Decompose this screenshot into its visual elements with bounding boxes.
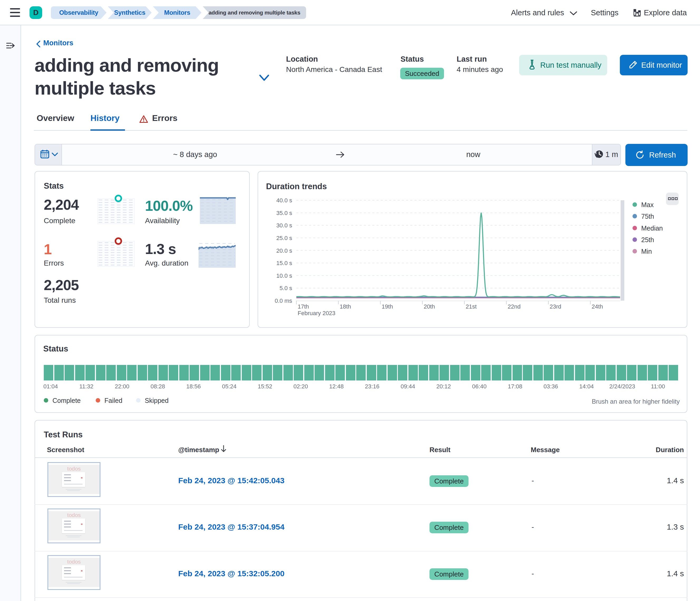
svg-text:24th: 24th [592,303,603,310]
svg-text:10.0 s: 10.0 s [276,272,292,279]
svg-text:15.0 s: 15.0 s [276,260,292,266]
svg-text:35.0 s: 35.0 s [276,210,292,216]
svg-text:20.0 s: 20.0 s [276,247,292,254]
svg-text:22nd: 22nd [508,303,521,310]
svg-text:5.0 s: 5.0 s [279,285,292,291]
svg-text:25.0 s: 25.0 s [276,235,292,241]
svg-text:20th: 20th [424,303,435,310]
svg-text:0.0 ms: 0.0 ms [275,297,292,304]
svg-text:17th: 17th [298,303,309,310]
svg-text:30.0 s: 30.0 s [276,222,292,229]
svg-text:40.0 s: 40.0 s [276,197,292,204]
svg-text:February 2023: February 2023 [298,310,335,316]
svg-text:23rd: 23rd [550,303,561,310]
svg-text:21st: 21st [466,303,477,310]
svg-text:19th: 19th [382,303,393,310]
svg-text:18th: 18th [340,303,351,310]
